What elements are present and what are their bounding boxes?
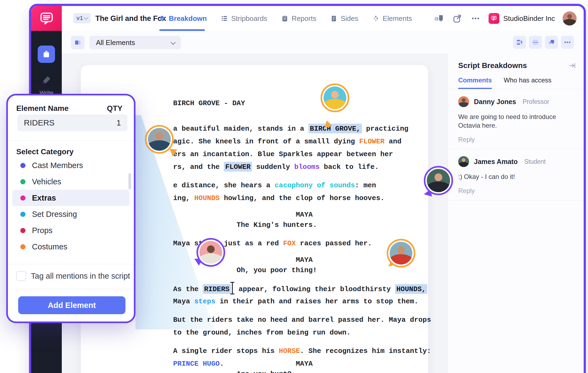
category-option-cast-members[interactable]: Cast Members [12,157,130,173]
qty-value: 1 [117,118,121,127]
script-line[interactable]: Maya steps in their path and raises her … [173,295,431,308]
script-text[interactable]: BIRCH GROVE - DAYa beautiful maiden, sta… [173,97,431,373]
filter-label: All Elements [96,38,135,47]
element-name-input[interactable]: RIDERS [17,114,113,131]
more-options-icon[interactable] [470,13,481,24]
add-element-button[interactable]: Add Element [18,296,125,314]
script-text-run: practicing [362,125,409,133]
script-line[interactable]: a beautiful maiden, stands in a BIRCH GR… [173,123,431,135]
script-line[interactable]: agic. She kneels in front of a smalll dy… [173,135,431,148]
nav-tab-label: Reports [292,14,316,23]
comment-forward-icon[interactable] [433,13,444,24]
sidebar-item-write[interactable]: Write [31,74,62,97]
script-text-run: cacophony of sounds [274,181,355,189]
script-text-run: e distance, she hears a [173,181,274,189]
tagged-element[interactable]: RIDERS [203,284,231,294]
nav-tab-label: Sides [341,14,358,23]
projects-button[interactable] [38,46,55,63]
comment-item: Danny JonesProfessorWe are going to need… [448,89,584,149]
breakdown-toolbar: All Elements [62,31,584,54]
script-text-run: back to life. [320,163,379,171]
category-label: Costumes [32,242,67,251]
script-line[interactable]: The King's hunters. [173,219,431,231]
diamond-icon [159,15,166,22]
page-breaks-button[interactable] [529,36,542,49]
category-option-set-dressing[interactable]: Set Dressing [12,206,130,222]
element-filter-dropdown[interactable]: All Elements [89,36,181,49]
script-line[interactable]: As the RIDERS appear, following their bl… [173,282,431,295]
script-text-run: PRINCE HUGO [173,360,220,368]
category-color-dot [20,163,25,168]
script-text-run: HOUNDS [194,194,220,202]
script-line[interactable]: rs, and the FLOWER suddenly blooms back … [173,161,431,173]
reply-link[interactable]: Reply [458,187,574,195]
nav-tab-elements[interactable]: Elements [372,14,412,23]
category-label: Cast Members [32,161,83,170]
category-label: Vehicles [32,177,61,186]
collaborator-pin-avatar[interactable] [387,239,415,268]
nav-tab-reports[interactable]: Reports [281,14,316,23]
toolbar-more-button[interactable] [561,36,574,49]
script-text-run: . [220,360,224,368]
user-avatar[interactable] [563,11,577,25]
reply-link[interactable]: Reply [458,136,574,143]
script-text-run: to the ground, inches from being run dow… [173,329,351,337]
category-scrollbar[interactable] [128,173,131,189]
add-element-modal: Element Name QTY RIDERS 1 Select Categor… [6,94,135,323]
project-title: The Girl and the Fox [95,6,166,31]
panel-tab-who-has-access[interactable]: Who has access [504,76,551,89]
text-cursor-icon [232,282,233,294]
category-color-dot [20,179,25,184]
script-line[interactable]: ers an incantation. Blue Sparkles appear… [173,148,431,161]
tag-all-checkbox[interactable] [16,271,26,281]
nav-tab-stripboards[interactable]: Stripboards [221,14,267,23]
script-text-run: Maya [173,297,194,306]
category-color-dot [20,212,25,217]
script-text-run: races passed her. [296,239,372,247]
category-label: Props [32,226,53,235]
collaborator-pin-avatar[interactable] [196,238,225,267]
qty-input[interactable]: 1 [110,114,127,131]
account-switcher[interactable]: StudioBinder Inc [489,13,555,24]
script-line[interactable]: ing, HOUNDS howling, and the clop of hor… [173,192,431,205]
app-logo[interactable] [31,6,62,31]
commenter-role: Professor [523,98,549,105]
tagged-element[interactable]: HOUNDS, [395,284,427,294]
script-line[interactable]: But the riders take no heed and barrel p… [173,314,431,326]
comments-button[interactable] [545,36,558,49]
category-option-props[interactable]: Props [12,222,130,239]
collaborator-pin-avatar[interactable] [424,166,453,195]
tagged-element[interactable]: FLOWER [224,162,252,172]
toggle-panel-button[interactable] [71,36,85,49]
panel-title: Script Breakdowns [458,61,527,70]
chevron-down-icon [84,15,88,20]
commenter-name: Danny Jones [474,98,516,106]
sync-breakdown-button[interactable] [513,36,526,49]
nav-tab-breakdown[interactable]: Breakdown [159,14,207,23]
tagged-element[interactable]: BIRCH GROVE, [308,124,362,133]
chevron-down-icon [171,40,176,44]
elements-icon [372,15,379,22]
category-option-costumes[interactable]: Costumes [12,239,130,255]
account-name: StudioBinder Inc [503,14,555,23]
collapse-panel-icon[interactable] [568,62,576,70]
script-line[interactable]: to the ground, inches from being run dow… [173,326,431,339]
collaborator-pin-avatar[interactable] [321,83,349,112]
category-label: Extras [32,194,56,202]
share-icon[interactable] [452,13,463,24]
script-line[interactable]: e distance, she hears a cacophony of sou… [173,179,431,192]
nav-tab-sides[interactable]: Sides [330,14,358,23]
collaborator-pin-avatar[interactable] [145,125,174,154]
category-option-vehicles[interactable]: Vehicles [12,173,130,190]
panel-tab-comments[interactable]: Comments [458,76,492,89]
script-text-run: But the riders take no heed and barrel p… [173,316,431,324]
version-dropdown[interactable]: v1 [73,13,91,23]
version-label: v1 [76,15,83,22]
script-text-run: HORSE [279,347,300,355]
script-line[interactable]: A single rider stops his HORSE. She reco… [173,345,431,358]
script-line[interactable]: BIRCH GROVE - DAY [173,97,431,110]
pencil-icon [41,74,52,86]
category-color-dot [20,195,25,201]
script-text-run: blooms [294,163,320,171]
category-option-extras[interactable]: Extras [12,190,130,206]
